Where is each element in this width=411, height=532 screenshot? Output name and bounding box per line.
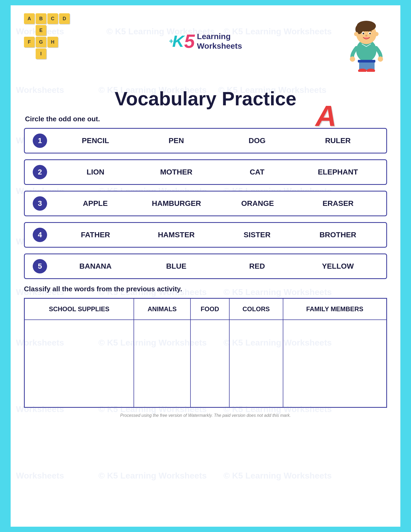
svg-point-11: [350, 56, 355, 62]
th-colors: COLORS: [229, 298, 283, 320]
word-1-4: RULER: [314, 136, 362, 145]
classify-table: SCHOOL SUPPLIES ANIMALS FOOD COLORS FAMI…: [24, 298, 387, 408]
question-row-5: 5 BANANA BLUE RED YELLOW: [24, 253, 387, 279]
tile-h: H: [47, 37, 58, 47]
header: A B C D E F G H I: [24, 13, 387, 66]
word-2-3: CAT: [233, 168, 281, 176]
logo-text: Learning Worksheets: [197, 32, 242, 51]
th-food: FOOD: [190, 298, 229, 320]
question-number-5: 5: [33, 259, 47, 273]
svg-point-6: [363, 33, 364, 34]
instruction-2: Classify all the words from the previous…: [24, 285, 387, 293]
td-family-members: [283, 320, 387, 408]
word-1-3: DOG: [233, 136, 281, 145]
svg-point-12: [378, 56, 383, 62]
word-1-2: PEN: [152, 136, 200, 145]
tile-b: B: [36, 13, 46, 24]
logo-5: 5: [184, 32, 195, 51]
footer-text: Processed using the free version of Wate…: [24, 413, 387, 418]
question-number-4: 4: [33, 228, 47, 242]
svg-point-10: [374, 32, 379, 36]
question-row-3: 3 APPLE HAMBURGER ORANGE ERASER: [24, 191, 387, 216]
watermark-26: © K5 Learning Worksheets: [98, 471, 207, 481]
kid-character: [343, 13, 390, 72]
question-row-4: 4 FATHER HAMSTER SISTER BROTHER: [24, 222, 387, 248]
tile-e: E: [36, 25, 46, 36]
td-animals: [134, 320, 190, 408]
word-4-4: BROTHER: [314, 231, 362, 239]
question-words-5: BANANA BLUE RED YELLOW: [55, 262, 378, 271]
word-4-2: HAMSTER: [152, 231, 200, 239]
word-2-2: MOTHER: [152, 168, 200, 176]
tile-g: G: [36, 37, 46, 47]
word-1-1: PENCIL: [72, 136, 119, 145]
question-words-2: LION MOTHER CAT ELEPHANT: [55, 168, 378, 176]
question-number-1: 1: [33, 134, 47, 148]
svg-point-7: [369, 33, 371, 34]
tile-i: I: [36, 48, 46, 59]
td-colors: [229, 320, 283, 408]
word-5-1: BANANA: [72, 262, 119, 271]
tile-c: C: [47, 13, 58, 24]
tile-empty-6: [47, 48, 58, 59]
tile-empty-7: [59, 48, 70, 59]
logo-k5: + K 5: [169, 32, 195, 51]
tile-f: F: [24, 37, 35, 47]
word-4-3: SISTER: [233, 231, 281, 239]
main-title: Vocabulary Practice: [115, 88, 296, 110]
logo-learning: Learning: [197, 32, 242, 41]
td-food: [190, 320, 229, 408]
tile-empty-3: [59, 25, 70, 36]
table-body-row: [24, 320, 387, 408]
logo-k: K: [172, 33, 184, 49]
question-words-3: APPLE HAMBURGER ORANGE ERASER: [55, 199, 378, 208]
questions-section: 1 PENCIL PEN DOG RULER 2 LION MOTHER CAT…: [24, 128, 387, 279]
th-animals: ANIMALS: [134, 298, 190, 320]
word-3-1: APPLE: [71, 199, 119, 208]
tile-empty-1: [24, 25, 35, 36]
svg-point-8: [365, 35, 367, 36]
td-school-supplies: [24, 320, 134, 408]
word-3-2: HAMBURGER: [152, 199, 201, 208]
word-5-4: YELLOW: [314, 262, 362, 271]
question-number-2: 2: [33, 165, 47, 179]
question-row-2: 2 LION MOTHER CAT ELEPHANT: [24, 159, 387, 185]
logo-worksheets: Worksheets: [197, 41, 242, 51]
svg-point-9: [354, 32, 358, 36]
question-words-1: PENCIL PEN DOG RULER: [55, 136, 378, 145]
watermark-27: © K5 Learning Worksheets: [223, 471, 332, 481]
th-family-members: FAMILY MEMBERS: [283, 298, 387, 320]
word-2-1: LION: [72, 168, 119, 176]
th-school-supplies: SCHOOL SUPPLIES: [24, 298, 134, 320]
word-5-2: BLUE: [152, 262, 200, 271]
word-4-1: FATHER: [72, 231, 119, 239]
table-header-row: SCHOOL SUPPLIES ANIMALS FOOD COLORS FAMI…: [24, 298, 387, 320]
word-2-4: ELEPHANT: [314, 168, 362, 176]
tile-empty-5: [24, 48, 35, 59]
word-3-3: ORANGE: [234, 199, 281, 208]
word-3-4: ERASER: [314, 199, 362, 208]
question-words-4: FATHER HAMSTER SISTER BROTHER: [55, 231, 378, 239]
question-row-1: 1 PENCIL PEN DOG RULER: [24, 128, 387, 153]
logo-area: + K 5 Learning Worksheets: [169, 32, 242, 51]
tile-a: A: [24, 13, 35, 24]
tile-d: D: [59, 13, 70, 24]
title-row: Vocabulary Practice A: [24, 88, 387, 110]
question-number-3: 3: [33, 196, 47, 211]
big-a-letter: A: [315, 101, 337, 130]
tile-empty-2: [47, 25, 58, 36]
scrabble-logo: A B C D E F G H I: [24, 13, 70, 59]
page-wrapper: Worksheets © K5 Learning Worksheets © K5…: [11, 5, 400, 527]
word-5-3: RED: [233, 262, 281, 271]
svg-rect-15: [358, 60, 375, 63]
watermark-25: Worksheets: [16, 471, 64, 481]
tile-empty-4: [59, 37, 70, 47]
